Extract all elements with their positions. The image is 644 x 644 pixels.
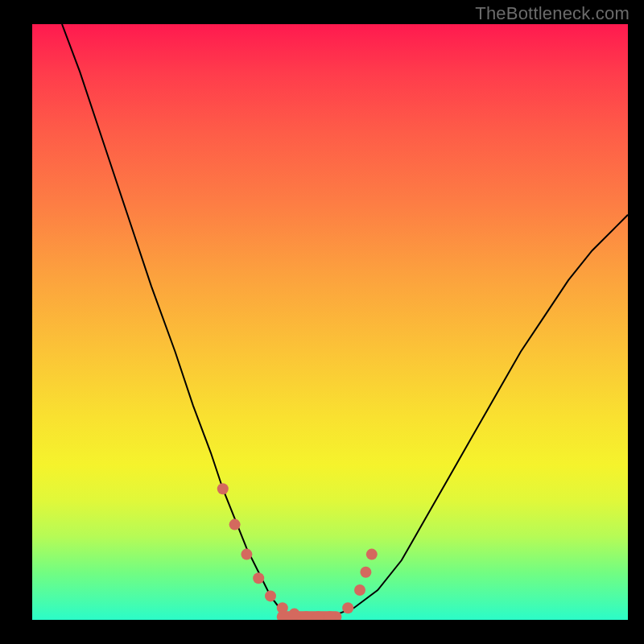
curve-marker	[265, 590, 276, 601]
curve-marker	[354, 584, 365, 596]
curve-marker	[360, 567, 371, 578]
plot-area	[32, 24, 628, 620]
curve-marker	[217, 483, 229, 494]
curve-marker	[342, 602, 353, 613]
curve-marker	[241, 549, 252, 560]
chart-svg	[32, 24, 628, 620]
curve-line	[62, 24, 628, 617]
curve-marker	[277, 602, 288, 613]
marker-group	[217, 483, 378, 620]
watermark-text: TheBottleneck.com	[475, 3, 630, 24]
curve-marker	[289, 609, 300, 620]
curve-marker	[253, 572, 264, 584]
curve-marker	[229, 519, 241, 530]
curve-marker	[366, 549, 378, 560]
